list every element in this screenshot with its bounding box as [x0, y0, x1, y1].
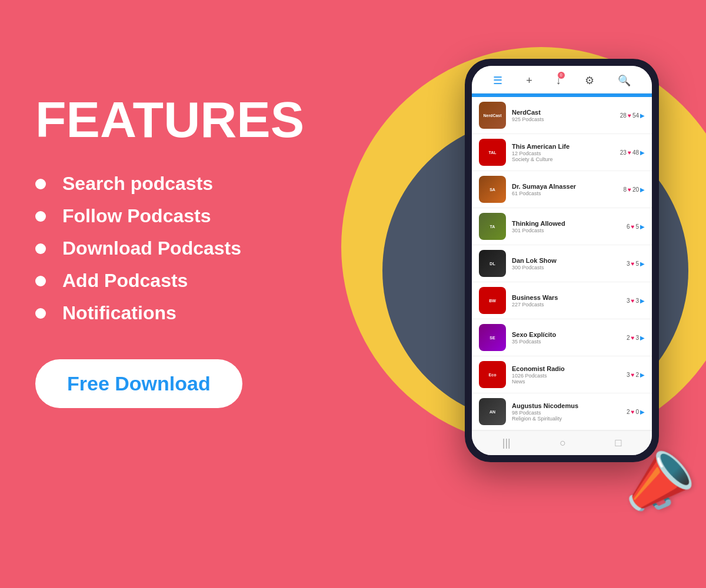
podcast-count-nerdcast: 925 Podcasts	[512, 116, 620, 122]
podcast-item-augustus[interactable]: AN Augustus Nicodemus 98 Podcasts Religi…	[472, 393, 652, 430]
heart-icon-sexo: ♥	[631, 335, 635, 341]
bullet-search	[35, 179, 46, 189]
podcast-plays-danlok: 5	[635, 260, 639, 267]
play-icon-augustus: ▶	[640, 409, 645, 415]
phone-mockup: ☰ + ↓ 0 ⚙ 🔍 NerdCast NerdCast 925 Podca	[465, 59, 659, 462]
feature-item-follow: Follow Podcasts	[35, 205, 329, 227]
heart-icon-thinking-allowed: ♥	[631, 223, 635, 230]
podcast-likes-augustus: 2	[627, 409, 630, 415]
podcast-plays-nerdcast: 54	[632, 112, 639, 119]
phone-screen: ☰ + ↓ 0 ⚙ 🔍 NerdCast NerdCast 925 Podca	[472, 66, 652, 455]
podcast-name-danlok: Dan Lok Show	[512, 256, 627, 265]
play-icon-american-life: ▶	[640, 149, 645, 156]
heart-icon-augustus: ♥	[631, 409, 635, 415]
podcast-list: NerdCast NerdCast 925 Podcasts 28 ♥ 54 ▶…	[472, 97, 652, 430]
play-icon-business-wars: ▶	[640, 298, 645, 304]
podcast-info-augustus: Augustus Nicodemus 98 Podcasts Religion …	[512, 402, 627, 422]
podcast-name-thinking-allowed: Thinking Allowed	[512, 219, 627, 228]
podcast-item-economist[interactable]: Eco Economist Radio 1026 Podcasts News 3…	[472, 356, 652, 393]
play-icon-nerdcast: ▶	[640, 112, 645, 119]
podcast-info-nerdcast: NerdCast 925 Podcasts	[512, 108, 620, 122]
podcast-name-sexo: Sexo Explícito	[512, 330, 627, 339]
podcast-stats-sexo: 2 ♥ 3 ▶	[627, 335, 645, 341]
bullet-follow	[35, 211, 46, 222]
podcast-info-sumaya: Dr. Sumaya Alnasser 61 Podcasts	[512, 182, 623, 196]
podcast-plays-sexo: 3	[635, 335, 639, 341]
podcast-stats-augustus: 2 ♥ 0 ▶	[627, 409, 645, 415]
feature-item-download: Download Podcasts	[35, 238, 329, 259]
podcast-name-business-wars: Business Wars	[512, 293, 627, 302]
feature-label-add: Add Podcasts	[62, 270, 188, 292]
podcast-stats-economist: 3 ♥ 2 ▶	[627, 372, 645, 378]
podcast-avatar-american-life: TAL	[479, 139, 506, 166]
podcast-category-american-life: Society & Culture	[512, 156, 620, 162]
heart-icon-nerdcast: ♥	[628, 112, 631, 119]
podcast-likes-sexo: 2	[627, 335, 630, 341]
podcast-stats-danlok: 3 ♥ 5 ▶	[627, 260, 645, 267]
podcast-item-thinking-allowed[interactable]: TA Thinking Allowed 301 Podcasts 6 ♥ 5 ▶	[472, 208, 652, 245]
left-content: FEATURES Search podcastsFollow PodcastsD…	[35, 94, 329, 408]
bullet-add	[35, 276, 46, 286]
podcast-plays-business-wars: 3	[635, 298, 639, 304]
menu-icon[interactable]: ☰	[493, 74, 502, 87]
podcast-avatar-augustus: AN	[479, 398, 506, 425]
podcast-info-business-wars: Business Wars 227 Podcasts	[512, 293, 627, 308]
feature-label-notifications: Notifications	[62, 302, 176, 324]
podcast-count-thinking-allowed: 301 Podcasts	[512, 228, 627, 233]
podcast-count-american-life: 12 Podcasts	[512, 151, 620, 156]
podcast-item-danlok[interactable]: DL Dan Lok Show 300 Podcasts 3 ♥ 5 ▶	[472, 245, 652, 282]
podcast-stats-sumaya: 8 ♥ 20 ▶	[623, 186, 645, 193]
podcast-item-nerdcast[interactable]: NerdCast NerdCast 925 Podcasts 28 ♥ 54 ▶	[472, 97, 652, 134]
podcast-count-augustus: 98 Podcasts	[512, 410, 627, 416]
download-badge: 0	[558, 72, 565, 79]
feature-label-follow: Follow Podcasts	[62, 205, 211, 227]
podcast-count-business-wars: 227 Podcasts	[512, 302, 627, 308]
podcast-plays-economist: 2	[635, 372, 639, 378]
features-list: Search podcastsFollow PodcastsDownload P…	[35, 173, 329, 324]
features-title: FEATURES	[35, 94, 329, 145]
podcast-category-economist: News	[512, 379, 627, 385]
podcast-info-danlok: Dan Lok Show 300 Podcasts	[512, 256, 627, 270]
podcast-item-business-wars[interactable]: BW Business Wars 227 Podcasts 3 ♥ 3 ▶	[472, 282, 652, 319]
play-icon-danlok: ▶	[640, 260, 645, 267]
podcast-likes-sumaya: 8	[623, 186, 627, 193]
podcast-item-sumaya[interactable]: SA Dr. Sumaya Alnasser 61 Podcasts 8 ♥ 2…	[472, 171, 652, 208]
podcast-likes-business-wars: 3	[627, 298, 630, 304]
podcast-count-sumaya: 61 Podcasts	[512, 191, 623, 196]
settings-icon[interactable]: ⚙	[585, 74, 594, 87]
podcast-avatar-business-wars: BW	[479, 287, 506, 314]
download-icon[interactable]: ↓ 0	[556, 75, 561, 87]
podcast-avatar-danlok: DL	[479, 250, 506, 277]
podcast-info-american-life: This American Life 12 Podcasts Society &…	[512, 142, 620, 162]
bullet-download	[35, 243, 46, 254]
play-icon-sumaya: ▶	[640, 186, 645, 193]
podcast-avatar-sumaya: SA	[479, 176, 506, 203]
right-area: ☰ + ↓ 0 ⚙ 🔍 NerdCast NerdCast 925 Podca	[294, 0, 706, 588]
podcast-stats-american-life: 23 ♥ 48 ▶	[620, 149, 645, 156]
podcast-likes-danlok: 3	[627, 260, 630, 267]
heart-icon-business-wars: ♥	[631, 298, 635, 304]
feature-item-notifications: Notifications	[35, 302, 329, 324]
podcast-item-american-life[interactable]: TAL This American Life 12 Podcasts Socie…	[472, 134, 652, 171]
podcast-likes-nerdcast: 28	[620, 112, 627, 119]
podcast-info-thinking-allowed: Thinking Allowed 301 Podcasts	[512, 219, 627, 233]
podcast-count-economist: 1026 Podcasts	[512, 373, 627, 379]
podcast-item-sexo[interactable]: SE Sexo Explícito 35 Podcasts 2 ♥ 3 ▶	[472, 319, 652, 356]
nav-home-icon[interactable]: ○	[560, 437, 566, 449]
search-icon[interactable]: 🔍	[618, 74, 631, 87]
heart-icon-economist: ♥	[631, 372, 635, 378]
nav-bars-icon[interactable]: |||	[502, 437, 511, 449]
podcast-name-nerdcast: NerdCast	[512, 108, 620, 116]
phone-toolbar: ☰ + ↓ 0 ⚙ 🔍	[472, 66, 652, 93]
podcast-name-augustus: Augustus Nicodemus	[512, 402, 627, 410]
podcast-info-sexo: Sexo Explícito 35 Podcasts	[512, 330, 627, 345]
play-icon-thinking-allowed: ▶	[640, 223, 645, 230]
podcast-avatar-nerdcast: NerdCast	[479, 102, 506, 129]
add-icon[interactable]: +	[526, 75, 532, 87]
podcast-likes-economist: 3	[627, 372, 630, 378]
nav-square-icon[interactable]: □	[615, 437, 621, 449]
podcast-likes-thinking-allowed: 6	[627, 223, 630, 230]
feature-item-search: Search podcasts	[35, 173, 329, 195]
free-download-button[interactable]: Free Download	[35, 359, 242, 408]
feature-label-download: Download Podcasts	[62, 238, 241, 259]
